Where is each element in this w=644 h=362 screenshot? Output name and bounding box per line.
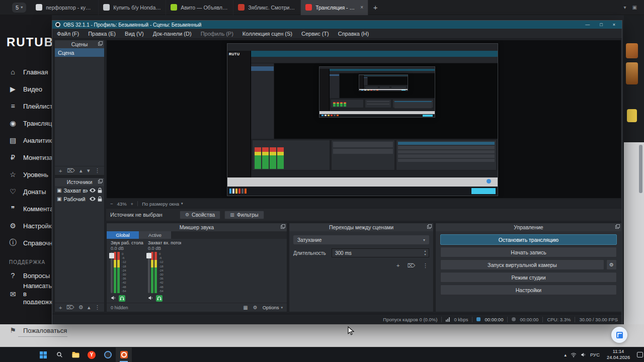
visibility-icon[interactable] xyxy=(90,188,96,193)
monitor-button[interactable] xyxy=(156,295,163,302)
tab-perforator[interactable]: перфоратор - купить на × xyxy=(31,0,99,15)
visibility-icon[interactable] xyxy=(90,197,96,201)
obs-app-button[interactable] xyxy=(116,347,132,362)
preview-canvas[interactable]: RUTU xyxy=(106,40,621,199)
remove-source-button[interactable]: ⌦ xyxy=(66,304,74,311)
scene-item-scene[interactable]: Сцена xyxy=(55,48,104,57)
new-tab-button[interactable]: + xyxy=(369,2,381,14)
obs-title-bar[interactable]: OBS 32.1.1 - Профиль: Безымянный - Сцены… xyxy=(52,21,622,29)
add-source-button[interactable]: + xyxy=(59,305,62,311)
transition-menu-button[interactable]: ⋮ xyxy=(423,262,428,269)
start-recording-button[interactable]: Начать запись xyxy=(440,247,617,257)
sidebar-item-streams[interactable]: ◉ Трансляции xyxy=(0,115,52,132)
volume-slider[interactable] xyxy=(148,252,150,293)
sidebar-item-video[interactable]: ▶ Видео xyxy=(0,80,52,98)
tab-avito[interactable]: Авито — Объявления × xyxy=(166,0,233,15)
mute-button[interactable] xyxy=(148,294,153,303)
close-tab-icon[interactable]: × xyxy=(360,5,363,10)
notifications-button[interactable] xyxy=(637,352,643,357)
page-scrollbar[interactable] xyxy=(639,145,642,193)
network-icon[interactable] xyxy=(571,352,577,357)
source-move-up-button[interactable]: ▴ xyxy=(88,304,91,311)
lock-icon[interactable] xyxy=(98,196,102,202)
sidebar-item-help[interactable]: ⓘ Справочник xyxy=(0,234,52,251)
filters-button[interactable]: ▥ Фильтры xyxy=(224,211,264,219)
tab-counter[interactable]: 5 ▾ xyxy=(12,3,26,13)
studio-mode-button[interactable]: Режим студии xyxy=(440,272,617,283)
sidebar-item-faq[interactable]: ? Вопросы и ответы xyxy=(0,267,52,284)
browser-app-button[interactable] xyxy=(100,347,116,362)
browser-menu-icon[interactable]: ▣ xyxy=(632,5,637,10)
sidebar-item-write-support[interactable]: ✉ Написать в поддержку xyxy=(0,284,52,304)
source-item-desktop[interactable]: ▣ Рабочий xyxy=(55,195,104,203)
mixer-settings-icon[interactable]: ⚙ xyxy=(253,305,258,310)
mute-button[interactable] xyxy=(111,294,116,303)
scene-menu-button[interactable]: ⋮ xyxy=(95,167,100,174)
fit-to-window-button[interactable]: По размеру окна ▾ xyxy=(142,201,183,207)
duration-input[interactable]: 300 ms ▴▾ xyxy=(332,248,429,257)
volume-slider-handle[interactable] xyxy=(146,253,151,258)
virtual-camera-button[interactable]: Запуск виртуальной камеры xyxy=(440,259,604,270)
lock-icon[interactable] xyxy=(98,188,102,193)
menu-view[interactable]: Вид (V) xyxy=(120,31,148,37)
stop-streaming-button[interactable]: Остановить трансляцию xyxy=(440,234,617,245)
sidebar-item-playlists[interactable]: ≡ Плейлисты xyxy=(0,98,52,115)
volume-slider[interactable] xyxy=(111,252,113,293)
sources-dock-header[interactable]: Источники xyxy=(55,178,104,186)
volume-icon[interactable] xyxy=(581,352,586,357)
menu-edit[interactable]: Правка (E) xyxy=(84,31,120,37)
channel-name-dropdown[interactable]: Захват вх. потока▾ xyxy=(148,240,181,246)
volume-slider-handle[interactable] xyxy=(109,253,114,258)
mixer-dock-header[interactable]: Микшер звука xyxy=(107,223,287,231)
source-properties-button[interactable]: ⚙ xyxy=(78,304,84,311)
close-button[interactable]: × xyxy=(609,22,619,27)
source-menu-button[interactable]: ⋮ xyxy=(95,304,100,311)
sidebar-item-complain[interactable]: ⚑ Пожаловаться xyxy=(0,324,644,336)
menu-file[interactable]: Файл (F) xyxy=(52,31,84,37)
controls-dock-header[interactable]: Управление xyxy=(436,223,621,231)
scene-move-up-button[interactable]: ▴ xyxy=(79,167,83,174)
monitor-button[interactable] xyxy=(119,295,125,302)
language-indicator[interactable]: РУС xyxy=(590,352,600,357)
virtual-camera-settings-button[interactable]: ⚙ xyxy=(606,259,617,270)
zoom-in-button[interactable]: + xyxy=(131,201,134,207)
sidebar-item-monetization[interactable]: ₽ Монетизация xyxy=(0,149,52,166)
mixer-tab-global[interactable]: Global xyxy=(107,231,139,239)
menu-help[interactable]: Справка (H) xyxy=(334,31,373,37)
sidebar-item-donations[interactable]: ♡ Донаты xyxy=(0,183,52,200)
channel-name-dropdown[interactable]: Звук раб. стола▾ xyxy=(111,240,144,246)
tab-zyabliks[interactable]: Зябликс. Смотрите видео × xyxy=(233,0,301,15)
sidebar-item-level[interactable]: ☆ Уровень xyxy=(0,166,52,183)
search-button[interactable] xyxy=(51,347,67,362)
menu-docks[interactable]: Док-панели (D) xyxy=(148,31,196,37)
source-item-capture[interactable]: ▣ Захват вх xyxy=(55,186,104,195)
zoom-out-button[interactable]: − xyxy=(110,201,113,207)
settings-button[interactable]: Настройки xyxy=(440,285,617,295)
add-transition-button[interactable]: + xyxy=(396,262,399,269)
clock[interactable]: 11:14 24.04.2026 xyxy=(607,349,630,360)
scenes-dock-header[interactable]: Сцены xyxy=(55,40,104,48)
mixer-layout-icon[interactable]: ▦ xyxy=(243,305,248,310)
tab-honda[interactable]: Купить б/у Honda CR-V × xyxy=(99,0,166,15)
menu-profile[interactable]: Профиль (P) xyxy=(196,31,238,37)
transition-select[interactable]: Затухание ▾ xyxy=(293,235,429,244)
spinner[interactable]: ▴▾ xyxy=(422,249,429,256)
support-widget-button[interactable] xyxy=(611,327,627,343)
add-scene-button[interactable]: + xyxy=(59,168,62,174)
scene-move-down-button[interactable]: ▾ xyxy=(87,167,90,174)
remove-transition-button[interactable]: ⌦ xyxy=(407,262,415,269)
sidebar-item-settings[interactable]: ⚙ Настройки xyxy=(0,217,52,234)
start-button[interactable] xyxy=(35,347,51,362)
tab-rutube-studio[interactable]: Трансляция - Студия R × xyxy=(301,0,368,15)
tray-chevron-icon[interactable]: ▴ xyxy=(564,352,567,357)
sidebar-item-analytics[interactable]: ▤ Аналитика xyxy=(0,132,52,149)
options-button[interactable]: Options▾ xyxy=(263,305,283,310)
maximize-button[interactable]: □ xyxy=(596,22,606,27)
browser-panel-icon[interactable]: ▾ xyxy=(624,5,626,10)
sidebar-item-home[interactable]: ⌂ Главная xyxy=(0,63,52,80)
remove-scene-button[interactable]: ⌦ xyxy=(67,167,75,174)
yandex-app-button[interactable]: Y xyxy=(84,347,100,362)
minimize-button[interactable]: — xyxy=(582,22,593,27)
transitions-dock-header[interactable]: Переходы между сценами xyxy=(289,223,433,231)
mixer-tab-active[interactable]: Active xyxy=(139,231,171,239)
